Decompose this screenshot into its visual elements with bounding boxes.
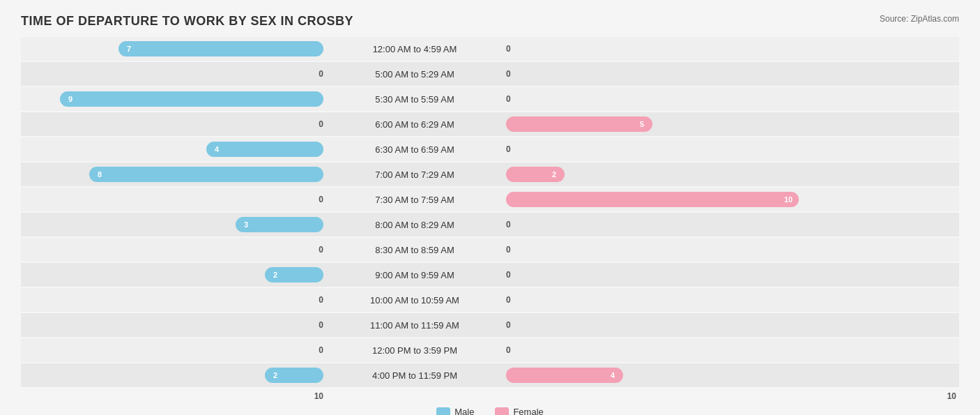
- time-label: 11:00 AM to 11:59 AM: [328, 320, 502, 331]
- table-row: 08:30 AM to 8:59 AM0: [21, 238, 959, 262]
- time-label: 7:00 AM to 7:29 AM: [328, 169, 502, 180]
- female-bar: 5: [506, 116, 652, 132]
- male-bar: 4: [206, 142, 323, 157]
- female-section: 0: [502, 295, 959, 305]
- time-label: 6:30 AM to 6:59 AM: [328, 144, 502, 155]
- legend-female-label: Female: [513, 407, 543, 415]
- male-section: 8: [21, 167, 328, 182]
- female-section: 5: [502, 116, 959, 132]
- legend-male-label: Male: [454, 407, 474, 415]
- male-value-zero: 0: [319, 345, 323, 355]
- male-bar: 2: [265, 368, 323, 383]
- x-axis-right: 10: [502, 391, 959, 401]
- female-value-zero: 0: [506, 345, 511, 355]
- female-section: 0: [502, 270, 959, 280]
- male-section: 3: [21, 217, 328, 232]
- table-row: 87:00 AM to 7:29 AM2: [21, 163, 959, 186]
- x-axis-left: 10: [21, 391, 328, 401]
- time-label: 10:00 AM to 10:59 AM: [328, 295, 502, 305]
- table-row: 05:00 AM to 5:29 AM0: [21, 62, 959, 86]
- female-section: 10: [502, 192, 959, 207]
- female-section: 0: [502, 44, 959, 54]
- table-row: 95:30 AM to 5:59 AM0: [21, 87, 959, 111]
- x-axis-right-label: 10: [947, 391, 956, 401]
- female-value-zero: 0: [506, 94, 511, 104]
- female-section: 0: [502, 320, 959, 330]
- female-bar: 2: [506, 167, 565, 182]
- chart-header: TIME OF DEPARTURE TO WORK BY SEX IN CROS…: [21, 14, 959, 29]
- male-value-zero: 0: [319, 245, 323, 255]
- male-section: 0: [21, 119, 328, 129]
- female-value-zero: 0: [506, 270, 511, 280]
- male-bar: 9: [60, 91, 323, 107]
- chart-source: Source: ZipAtlas.com: [880, 14, 959, 24]
- time-label: 12:00 AM to 4:59 AM: [328, 44, 502, 54]
- table-row: 38:00 AM to 8:29 AM0: [21, 213, 959, 236]
- table-row: 010:00 AM to 10:59 AM0: [21, 288, 959, 312]
- legend-male-box: [436, 407, 450, 416]
- legend: Male Female: [21, 407, 959, 415]
- female-section: 2: [502, 167, 959, 182]
- table-row: 46:30 AM to 6:59 AM0: [21, 137, 959, 161]
- male-value-zero: 0: [319, 119, 323, 129]
- male-bar: 3: [236, 217, 323, 232]
- female-section: 0: [502, 69, 959, 79]
- female-value-zero: 0: [506, 295, 511, 305]
- female-section: 0: [502, 94, 959, 104]
- time-label: 5:30 AM to 5:59 AM: [328, 94, 502, 105]
- male-section: 0: [21, 345, 328, 355]
- male-section: 0: [21, 69, 328, 79]
- legend-female: Female: [495, 407, 543, 415]
- chart-container: TIME OF DEPARTURE TO WORK BY SEX IN CROS…: [21, 14, 959, 415]
- female-section: 0: [502, 220, 959, 229]
- female-value-zero: 0: [506, 144, 511, 154]
- time-label: 9:00 AM to 9:59 AM: [328, 270, 502, 280]
- chart-title: TIME OF DEPARTURE TO WORK BY SEX IN CROS…: [21, 14, 353, 29]
- time-label: 8:00 AM to 8:29 AM: [328, 220, 502, 230]
- female-value-zero: 0: [506, 220, 511, 229]
- female-section: 4: [502, 368, 959, 383]
- time-label: 8:30 AM to 8:59 AM: [328, 245, 502, 255]
- male-section: 2: [21, 267, 328, 282]
- male-value-zero: 0: [319, 195, 323, 204]
- male-value-zero: 0: [319, 69, 323, 79]
- table-row: 29:00 AM to 9:59 AM0: [21, 263, 959, 287]
- male-section: 0: [21, 245, 328, 255]
- time-label: 7:30 AM to 7:59 AM: [328, 195, 502, 205]
- male-section: 7: [21, 41, 328, 56]
- table-row: 011:00 AM to 11:59 AM0: [21, 313, 959, 337]
- female-bar: 10: [506, 192, 799, 207]
- female-value-zero: 0: [506, 44, 511, 54]
- female-bar: 4: [506, 368, 623, 383]
- male-section: 9: [21, 91, 328, 107]
- table-row: 712:00 AM to 4:59 AM0: [21, 37, 959, 61]
- male-section: 0: [21, 320, 328, 330]
- male-value-zero: 0: [319, 295, 323, 305]
- time-label: 6:00 AM to 6:29 AM: [328, 119, 502, 130]
- female-value-zero: 0: [506, 69, 511, 79]
- x-axis: 10 10: [21, 391, 959, 401]
- male-section: 0: [21, 295, 328, 305]
- female-value-zero: 0: [506, 245, 511, 255]
- x-axis-left-label: 10: [314, 391, 323, 401]
- time-label: 12:00 PM to 3:59 PM: [328, 345, 502, 356]
- table-row: 24:00 PM to 11:59 PM4: [21, 363, 959, 387]
- time-label: 5:00 AM to 5:29 AM: [328, 69, 502, 80]
- male-section: 2: [21, 368, 328, 383]
- male-bar: 2: [265, 267, 323, 282]
- female-section: 0: [502, 144, 959, 154]
- chart-area: 712:00 AM to 4:59 AM005:00 AM to 5:29 AM…: [21, 37, 959, 387]
- legend-male: Male: [436, 407, 474, 415]
- table-row: 07:30 AM to 7:59 AM10: [21, 188, 959, 211]
- male-bar: 7: [118, 41, 323, 56]
- female-section: 0: [502, 345, 959, 355]
- time-label: 4:00 PM to 11:59 PM: [328, 370, 502, 381]
- table-row: 012:00 PM to 3:59 PM0: [21, 338, 959, 362]
- legend-female-box: [495, 407, 509, 416]
- male-section: 0: [21, 195, 328, 204]
- table-row: 06:00 AM to 6:29 AM5: [21, 112, 959, 136]
- female-section: 0: [502, 245, 959, 255]
- male-value-zero: 0: [319, 320, 323, 330]
- male-bar: 8: [89, 167, 323, 182]
- female-value-zero: 0: [506, 320, 511, 330]
